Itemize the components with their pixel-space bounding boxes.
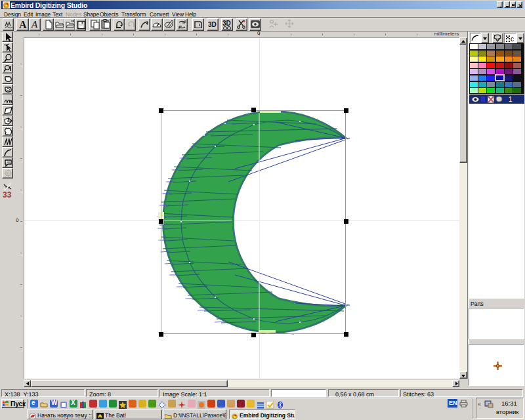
svg-text:c: c: [511, 35, 514, 43]
